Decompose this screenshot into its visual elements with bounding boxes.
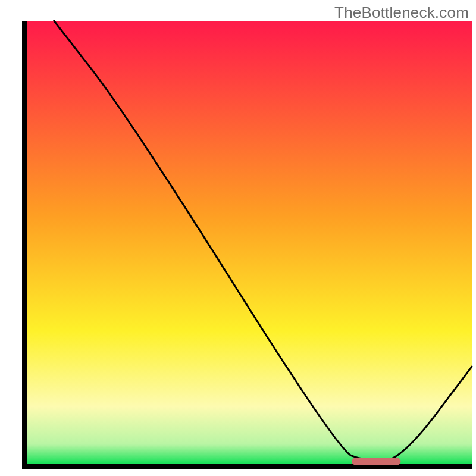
axis-left: [22, 21, 27, 469]
highlight-segment: [352, 458, 400, 465]
axis-bottom: [22, 464, 472, 469]
watermark-label: TheBottleneck.com: [334, 4, 469, 22]
plot-gradient: [27, 21, 472, 464]
chart-stage: TheBottleneck.com: [0, 0, 476, 476]
chart-svg: [0, 0, 476, 476]
